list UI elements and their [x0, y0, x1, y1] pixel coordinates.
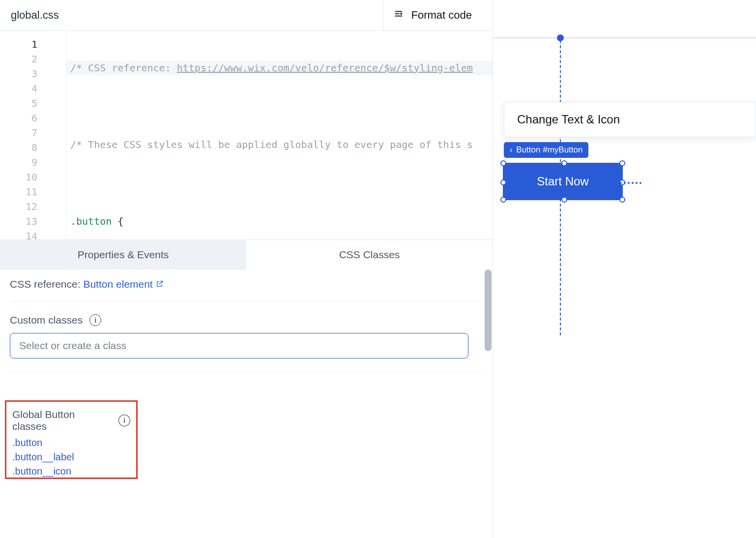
css-reference-link[interactable]: Button element [83, 278, 163, 290]
global-classes-label: Global Button classes i [12, 409, 130, 432]
custom-class-input[interactable]: Select or create a class [10, 333, 468, 359]
code-line: /* CSS reference: https://www.wix.com/ve… [66, 60, 493, 75]
custom-class-placeholder: Select or create a class [19, 340, 126, 352]
line-number: 8 [0, 140, 66, 155]
custom-classes-label: Custom classes i [10, 314, 483, 326]
global-classes-highlight: Global Button classes i .button .button_… [5, 400, 138, 479]
custom-classes-text: Custom classes [10, 314, 83, 326]
line-number: 13 [0, 214, 66, 229]
code-line [66, 99, 493, 114]
info-icon[interactable]: i [118, 415, 130, 426]
format-code-button[interactable]: Format code [383, 0, 482, 30]
code-selector: .button [70, 215, 112, 227]
line-number: 12 [0, 199, 66, 214]
line-number: 3 [0, 66, 66, 81]
code-url[interactable]: https://www.wix.com/velo/reference/$w/st… [177, 62, 473, 74]
code-line: /* These CSS styles will be applied glob… [66, 137, 493, 152]
tab-css-classes[interactable]: CSS Classes [246, 240, 493, 269]
code-line: .button { [66, 214, 493, 229]
global-class-item[interactable]: .button [12, 437, 130, 448]
css-reference-line: CSS reference: Button element [10, 278, 483, 301]
code-brace: { [112, 215, 123, 227]
bottom-panel: Properties & Events CSS Classes CSS refe… [0, 239, 493, 538]
panel-body: CSS reference: Button element Custom cla… [0, 269, 493, 538]
change-text-icon-tooltip[interactable]: Change Text & Icon [504, 102, 756, 137]
line-number: 6 [0, 111, 66, 125]
line-number: 1 [0, 37, 66, 52]
line-number: 10 [0, 170, 66, 184]
css-reference-link-text: Button element [83, 278, 152, 290]
code-comment: /* These CSS styles will be applied glob… [70, 139, 473, 150]
chevron-left-icon: ‹ [510, 146, 512, 154]
horizontal-guide [620, 182, 641, 184]
tab-properties-events[interactable]: Properties & Events [0, 240, 246, 269]
preview-pane: Change Text & Icon ‹ Button #myButton St… [493, 0, 756, 538]
code-comment: /* CSS reference: [70, 62, 177, 74]
external-link-icon [156, 278, 164, 290]
line-number: 4 [0, 81, 66, 96]
global-class-item[interactable]: .button__icon [12, 466, 130, 477]
line-number: 5 [0, 96, 66, 111]
file-tab[interactable]: global.css [11, 9, 59, 22]
element-breadcrumb-label: Button #myButton [516, 145, 582, 155]
line-number: 9 [0, 155, 66, 170]
format-code-label: Format code [411, 9, 472, 22]
editor-topbar: global.css Format code [0, 0, 493, 31]
line-number: 7 [0, 125, 66, 140]
info-icon[interactable]: i [89, 314, 101, 326]
global-class-item[interactable]: .button__label [12, 451, 130, 463]
format-code-icon [393, 8, 404, 22]
code-area[interactable]: /* CSS reference: https://www.wix.com/ve… [66, 31, 493, 239]
css-reference-label: CSS reference: [10, 278, 81, 290]
ruler[interactable] [493, 37, 756, 38]
code-editor[interactable]: 1 2 3 4 5 6 7 8 9 10 11 12 13 14 /* CSS … [0, 31, 493, 239]
line-number: 14 [0, 229, 66, 239]
line-number: 2 [0, 52, 66, 66]
element-breadcrumb-chip[interactable]: ‹ Button #myButton [504, 142, 588, 158]
scrollbar[interactable] [485, 269, 492, 351]
code-line [66, 176, 493, 190]
global-classes-text: Global Button classes [12, 409, 111, 432]
panel-tabs: Properties & Events CSS Classes [0, 240, 493, 269]
line-number: 11 [0, 184, 66, 199]
divider [10, 371, 483, 372]
preview-button[interactable]: Start Now [504, 164, 622, 199]
line-gutter: 1 2 3 4 5 6 7 8 9 10 11 12 13 14 [0, 31, 66, 239]
code-pane: global.css Format code 1 2 3 4 [0, 0, 493, 538]
